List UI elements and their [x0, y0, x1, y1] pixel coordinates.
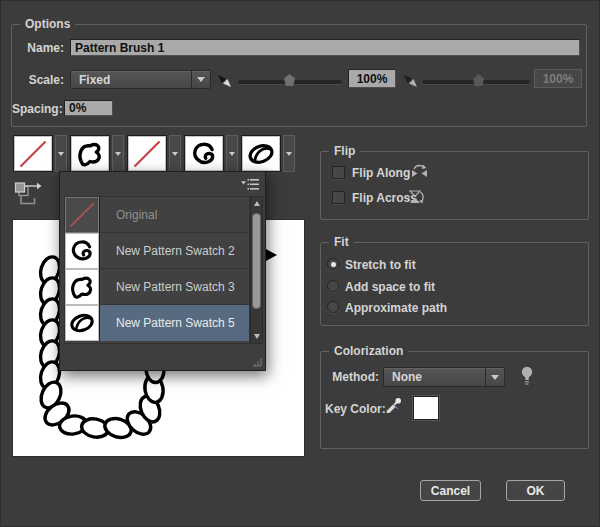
outer-corner-tile-menu-arrow[interactable] [55, 135, 67, 172]
scroll-down-icon[interactable] [251, 330, 262, 343]
scroll-up-icon[interactable] [251, 197, 262, 210]
scale-label: Scale: [12, 73, 64, 87]
pattern-swatch-2-icon [189, 139, 219, 169]
side-tile-menu-arrow[interactable] [112, 135, 124, 172]
pattern-swatch-5-icon [246, 139, 276, 169]
scale-slider-secondary-icon [403, 74, 418, 88]
flip-group: Flip Flip Along Flip Across [320, 151, 589, 220]
inner-corner-tile-swatch[interactable] [127, 135, 167, 172]
options-group: Options Name: Scale: Fixed Spacing: [11, 24, 587, 127]
name-input[interactable] [70, 39, 580, 56]
none-pattern-icon [132, 139, 162, 169]
pattern-swatch-3-icon [75, 139, 105, 169]
start-tile-menu-arrow[interactable] [226, 135, 238, 172]
pattern-swatch-5-icon [68, 309, 96, 337]
method-dropdown-arrow-icon [485, 368, 504, 386]
flip-across-checkbox[interactable] [332, 191, 345, 204]
panel-resize-grip[interactable] [250, 355, 262, 367]
approximate-path-label: Approximate path [345, 301, 447, 315]
scale-percent-secondary-input [534, 69, 582, 88]
pattern-3-swatch-thumbnail [65, 269, 100, 305]
stretch-to-fit-radio[interactable] [327, 258, 339, 270]
spacing-label: Spacing: [12, 102, 60, 116]
original-swatch-thumbnail [65, 197, 100, 233]
swatch-item-label: Original [100, 208, 157, 222]
scale-slider-thumb[interactable] [284, 74, 295, 86]
pattern-swatch-menu: Original New Pattern Swatch 2 New Patter… [59, 171, 266, 371]
side-tile-swatch[interactable] [70, 135, 110, 172]
swatch-list-item-pattern-3[interactable]: New Pattern Swatch 3 [65, 269, 249, 305]
scale-percent-input[interactable] [348, 69, 396, 88]
panel-flyout-menu-icon[interactable] [241, 178, 260, 191]
pattern-2-swatch-thumbnail [65, 233, 100, 269]
fit-group: Fit Stretch to fit Add space to fit Appr… [320, 242, 589, 326]
swatch-list-item-original[interactable]: Original [65, 197, 249, 233]
outer-corner-tile-swatch[interactable] [13, 135, 53, 172]
flip-along-label: Flip Along [352, 166, 410, 180]
cancel-button[interactable]: Cancel [420, 480, 481, 501]
add-space-to-fit-label: Add space to fit [345, 280, 435, 294]
name-label: Name: [12, 41, 64, 55]
swatch-list-item-pattern-5[interactable]: New Pattern Swatch 5 [65, 305, 249, 341]
swatch-item-label: New Pattern Swatch 5 [100, 316, 235, 330]
eyedropper-icon[interactable] [385, 397, 403, 415]
stretch-to-fit-label: Stretch to fit [345, 258, 416, 272]
colorization-legend: Colorization [329, 344, 408, 358]
end-tile-swatch[interactable] [241, 135, 281, 172]
fit-legend: Fit [329, 235, 354, 249]
flip-along-icon [410, 163, 429, 180]
key-color-swatch[interactable] [413, 396, 439, 420]
spacing-input[interactable] [64, 100, 113, 116]
method-label: Method: [325, 370, 379, 384]
add-space-to-fit-radio[interactable] [327, 280, 339, 292]
none-pattern-icon [18, 139, 48, 169]
method-dropdown[interactable]: None [383, 367, 505, 387]
flip-legend: Flip [329, 144, 360, 158]
colorization-group: Colorization Method: None Key Color: [320, 351, 589, 449]
flip-across-icon [407, 188, 425, 206]
flip-along-checkbox[interactable] [332, 166, 345, 179]
scrollbar-thumb[interactable] [252, 213, 261, 309]
colorization-tips-lightbulb-icon[interactable] [520, 365, 534, 387]
ok-button[interactable]: OK [506, 480, 565, 501]
tile-position-icon [13, 181, 43, 209]
pattern-5-swatch-thumbnail [65, 305, 100, 341]
key-color-label: Key Color: [325, 402, 386, 416]
pattern-brush-options-dialog: Options Name: Scale: Fixed Spacing: [0, 0, 600, 527]
swatch-item-label: New Pattern Swatch 2 [100, 244, 235, 258]
pattern-swatch-list: Original New Pattern Swatch 2 New Patter… [64, 196, 250, 344]
approximate-path-radio[interactable] [327, 301, 339, 313]
end-tile-menu-arrow[interactable] [283, 135, 295, 172]
options-legend: Options [20, 17, 75, 31]
scale-dropdown-value: Fixed [79, 71, 110, 88]
pattern-swatch-3-icon [68, 273, 96, 301]
scale-slider-secondary-thumb [473, 74, 484, 86]
scale-dropdown[interactable]: Fixed [70, 70, 211, 89]
none-pattern-icon [68, 201, 96, 229]
swatch-list-item-pattern-2[interactable]: New Pattern Swatch 2 [65, 233, 249, 269]
scale-slider-icon [217, 74, 232, 88]
pattern-swatch-2-icon [68, 237, 96, 265]
start-tile-swatch[interactable] [184, 135, 224, 172]
inner-corner-tile-menu-arrow[interactable] [169, 135, 181, 172]
swatch-list-scrollbar[interactable] [250, 196, 263, 344]
swatch-item-label: New Pattern Swatch 3 [100, 280, 235, 294]
method-dropdown-value: None [392, 368, 422, 386]
scale-dropdown-arrow-icon [191, 71, 210, 88]
